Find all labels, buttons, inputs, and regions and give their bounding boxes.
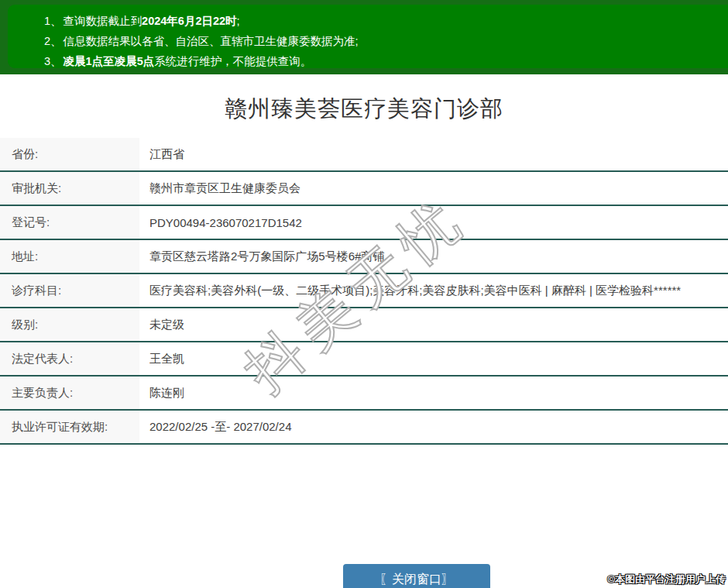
row-label: 法定代表人: — [0, 342, 139, 375]
institution-detail-table: 省份: 江西省 审批机关: 赣州市章贡区卫生健康委员会 登记号: PDY0049… — [0, 138, 728, 445]
row-label: 诊疗科目: — [0, 274, 139, 307]
table-row-level: 级别: 未定级 — [0, 308, 728, 342]
table-row-address: 地址: 章贡区慈云塔路2号万象国际广场5号楼6#商铺 — [0, 240, 728, 274]
row-value: 章贡区慈云塔路2号万象国际广场5号楼6#商铺 — [139, 240, 728, 273]
notice-line-2: 2、信息数据结果以各省、自治区、直辖市卫生健康委数据为准; — [44, 31, 728, 51]
row-value: 江西省 — [139, 138, 728, 170]
row-value: 未定级 — [139, 308, 728, 341]
notice-text-bold: 2024年6月2日22时 — [142, 15, 237, 27]
notice-number: 3、 — [44, 55, 62, 67]
close-window-button[interactable]: 〖关闭窗口〗 — [343, 564, 490, 588]
row-value: 王全凯 — [139, 342, 728, 375]
row-label: 地址: — [0, 240, 139, 273]
notice-text: 查询数据截止到 — [64, 15, 143, 27]
copyright-stamp: ©本图由平台注册用户上传 — [607, 573, 726, 586]
table-row-person-in-charge: 主要负责人: 陈连刚 — [0, 377, 728, 411]
notice-number: 2、 — [44, 35, 62, 47]
row-label: 执业许可证有效期: — [0, 411, 139, 443]
notice-text-bold: 凌晨1点至凌晨5点 — [64, 55, 155, 67]
table-row-registration-number: 登记号: PDY00494-236070217D1542 — [0, 206, 728, 240]
row-label: 级别: — [0, 308, 139, 341]
row-value: 赣州市章贡区卫生健康委员会 — [139, 172, 728, 205]
table-row-legal-representative: 法定代表人: 王全凯 — [0, 342, 728, 377]
table-row-province: 省份: 江西省 — [0, 138, 728, 172]
notice-text: 信息数据结果以各省、自治区、直辖市卫生健康委数据为准; — [64, 35, 359, 47]
notice-line-3: 3、凌晨1点至凌晨5点系统进行维护，不能提供查询。 — [44, 51, 728, 71]
row-value: 陈连刚 — [139, 377, 728, 409]
notice-line-1: 1、查询数据截止到2024年6月2日22时; — [44, 11, 728, 31]
row-label: 主要负责人: — [0, 377, 139, 409]
notice-text: ; — [237, 15, 240, 27]
page-title: 赣州臻美荟医疗美容门诊部 — [0, 94, 728, 125]
row-label: 登记号: — [0, 206, 139, 239]
notice-banner-inner: 1、查询数据截止到2024年6月2日22时; 2、信息数据结果以各省、自治区、直… — [8, 5, 728, 68]
notice-number: 1、 — [44, 15, 62, 27]
row-value: PDY00494-236070217D1542 — [139, 206, 728, 239]
notice-banner: 1、查询数据截止到2024年6月2日22时; 2、信息数据结果以各省、自治区、直… — [0, 0, 728, 74]
table-row-medical-subjects: 诊疗科目: 医疗美容科;美容外科(一级、二级手术项目);美容牙科;美容皮肤科;美… — [0, 274, 728, 308]
table-row-approval-authority: 审批机关: 赣州市章贡区卫生健康委员会 — [0, 172, 728, 206]
row-label: 省份: — [0, 138, 139, 170]
notice-text: 系统进行维护，不能提供查询。 — [154, 55, 311, 67]
table-row-license-validity: 执业许可证有效期: 2022/02/25 -至- 2027/02/24 — [0, 411, 728, 445]
row-value: 医疗美容科;美容外科(一级、二级手术项目);美容牙科;美容皮肤科;美容中医科 |… — [139, 274, 728, 307]
row-value: 2022/02/25 -至- 2027/02/24 — [139, 411, 728, 443]
row-label: 审批机关: — [0, 172, 139, 205]
